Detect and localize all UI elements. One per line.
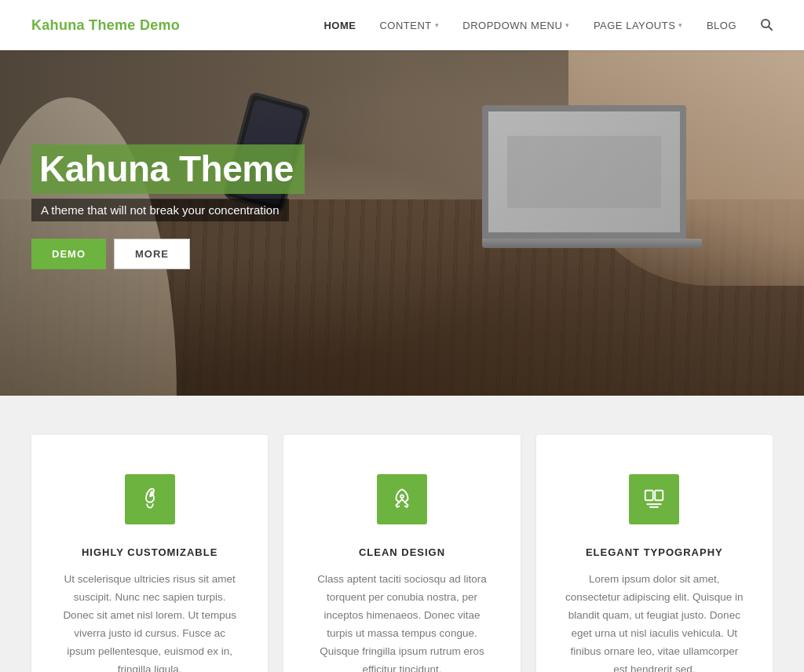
rocket-icon: [390, 488, 414, 511]
svg-rect-3: [645, 491, 653, 501]
fire-icon: [138, 488, 162, 511]
features-grid: HIGHLY CUSTOMIZABLE Ut scelerisque ultri…: [31, 435, 773, 672]
feature-title-clean-design: CLEAN DESIGN: [311, 546, 492, 558]
svg-rect-4: [656, 491, 663, 501]
hero-subtitle-background: A theme that will not break your concent…: [31, 199, 289, 221]
feature-icon-customizable: [125, 474, 175, 524]
feature-icon-clean-design: [377, 474, 427, 524]
feature-title-typography: ELEGANT TYPOGRAPHY: [564, 546, 745, 558]
hero-section: Kahuna Theme A theme that will not break…: [0, 50, 804, 396]
hero-buttons: DEMO MORE: [31, 239, 305, 269]
chevron-down-icon: ▾: [565, 21, 570, 29]
demo-button[interactable]: DEMO: [31, 239, 106, 269]
typography-icon: [642, 488, 666, 511]
hero-title: Kahuna Theme: [39, 149, 294, 189]
search-button[interactable]: [760, 18, 773, 33]
features-section: HIGHLY CUSTOMIZABLE Ut scelerisque ultri…: [0, 396, 804, 672]
nav-item-home[interactable]: HOME: [323, 20, 356, 31]
feature-icon-typography: [629, 474, 679, 524]
site-header: Kahuna Theme Demo HOME CONTENT ▾ DROPDOW…: [0, 0, 804, 50]
nav-item-page-layouts[interactable]: PAGE LAYOUTS ▾: [594, 20, 683, 31]
site-logo[interactable]: Kahuna Theme Demo: [31, 17, 180, 34]
nav-item-blog[interactable]: BLOG: [707, 20, 736, 31]
nav-item-dropdown-menu[interactable]: DROPDOWN MENU ▾: [462, 20, 570, 31]
feature-card-typography: ELEGANT TYPOGRAPHY Lorem ipsum dolor sit…: [536, 435, 773, 672]
chevron-down-icon: ▾: [678, 21, 683, 29]
feature-card-customizable: HIGHLY CUSTOMIZABLE Ut scelerisque ultri…: [31, 435, 268, 672]
feature-desc-customizable: Ut scelerisque ultricies risus sit amet …: [59, 571, 240, 672]
hero-content: Kahuna Theme A theme that will not break…: [31, 144, 305, 269]
nav-item-content[interactable]: CONTENT ▾: [379, 20, 439, 31]
more-button[interactable]: MORE: [114, 239, 190, 269]
main-nav: HOME CONTENT ▾ DROPDOWN MENU ▾ PAGE LAYO…: [323, 18, 773, 33]
feature-desc-typography: Lorem ipsum dolor sit amet, consectetur …: [564, 571, 745, 672]
hero-subtitle: A theme that will not break your concent…: [41, 203, 280, 217]
chevron-down-icon: ▾: [435, 21, 440, 29]
feature-title-customizable: HIGHLY CUSTOMIZABLE: [59, 546, 240, 558]
feature-desc-clean-design: Class aptent taciti sociosqu ad litora t…: [311, 571, 492, 672]
feature-card-clean-design: CLEAN DESIGN Class aptent taciti sociosq…: [283, 435, 520, 672]
svg-point-2: [400, 495, 404, 498]
svg-line-1: [769, 27, 772, 30]
hero-title-background: Kahuna Theme: [31, 144, 305, 194]
